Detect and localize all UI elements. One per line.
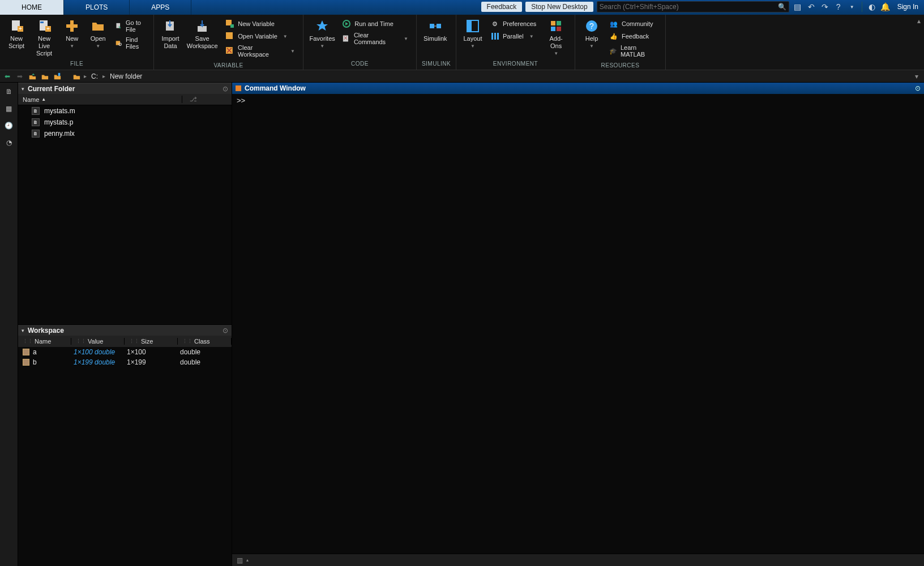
clear-commands-button[interactable]: Clear Commands▼ bbox=[340, 31, 410, 46]
feedback-button[interactable]: Feedback bbox=[481, 2, 523, 12]
status-caret-icon[interactable]: ▴ bbox=[246, 558, 249, 563]
collapse-icon[interactable]: ▾ bbox=[22, 86, 24, 92]
global-search[interactable]: 🔍 bbox=[597, 1, 789, 12]
svg-rect-23 bbox=[467, 20, 472, 32]
redo-icon[interactable]: ↷ bbox=[820, 2, 830, 12]
panel-menu-icon[interactable]: ⊙ bbox=[223, 327, 228, 335]
minimize-ribbon-icon[interactable]: ▴ bbox=[914, 15, 924, 70]
goto-file-button[interactable]: Go to File bbox=[113, 18, 148, 34]
run-and-time-button[interactable]: Run and Time bbox=[340, 18, 410, 29]
help-dropdown-icon[interactable]: ? bbox=[833, 2, 844, 12]
new-button[interactable]: New ▼ bbox=[59, 17, 85, 49]
file-row[interactable]: 🗎mystats.m bbox=[18, 105, 232, 117]
new-plus-icon bbox=[65, 19, 79, 33]
parallel-button[interactable]: Parallel▼ bbox=[488, 31, 538, 42]
new-variable-button[interactable]: New Variable bbox=[223, 18, 297, 29]
rail-profile-icon[interactable]: ◔ bbox=[2, 136, 16, 149]
svg-text:+: + bbox=[19, 25, 22, 32]
stop-desktop-button[interactable]: Stop New Desktop bbox=[525, 2, 593, 12]
panel-menu-icon[interactable]: ⊙ bbox=[223, 85, 228, 93]
chevron-down-icon: ▼ bbox=[470, 44, 475, 49]
workspace-list[interactable]: a1×100 double1×100doubleb1×199 double1×1… bbox=[18, 347, 232, 566]
learn-matlab-button[interactable]: 🎓 Learn MATLAB bbox=[607, 43, 660, 59]
var-value: 1×100 double bbox=[71, 348, 125, 356]
nav-up-icon[interactable] bbox=[27, 71, 37, 82]
rail-history-icon[interactable]: 🕘 bbox=[2, 119, 16, 132]
find-files-button[interactable]: Find Files bbox=[113, 35, 148, 51]
open-button[interactable]: Open ▼ bbox=[85, 17, 111, 49]
signin-link[interactable]: Sign In bbox=[894, 3, 922, 11]
workspace-row[interactable]: a1×100 double1×100double bbox=[18, 347, 232, 357]
new-live-script-button[interactable]: + NewLive Script bbox=[29, 17, 59, 57]
tab-apps[interactable]: APPS bbox=[130, 0, 191, 15]
community-button[interactable]: 👥 Community bbox=[607, 18, 660, 29]
favorites-button[interactable]: Favorites ▼ bbox=[307, 17, 337, 49]
file-column-header[interactable]: Name ▲ ⎇ bbox=[18, 94, 232, 105]
svg-rect-4 bbox=[40, 22, 44, 23]
addons-button[interactable]: Add-Ons ▼ bbox=[541, 17, 571, 56]
clear-workspace-button[interactable]: Clear Workspace▼ bbox=[223, 43, 297, 59]
group-label-variable: VARIABLE bbox=[154, 62, 303, 70]
status-icon[interactable]: ◐ bbox=[867, 2, 877, 12]
command-prompt: >> bbox=[237, 96, 245, 105]
variable-icon bbox=[23, 349, 29, 355]
panel-menu-icon[interactable]: ⊙ bbox=[915, 84, 921, 92]
file-list[interactable]: 🗎mystats.m🗎mystats.p🗎penny.mlx bbox=[18, 105, 232, 324]
current-folder-header[interactable]: ▾ Current Folder ⊙ bbox=[18, 83, 232, 94]
preferences-button[interactable]: ⚙ Preferences bbox=[488, 18, 538, 29]
tab-plots[interactable]: PLOTS bbox=[64, 0, 130, 15]
path-separator: ▸ bbox=[84, 73, 87, 79]
tab-home[interactable]: HOME bbox=[0, 0, 64, 15]
addons-icon bbox=[549, 19, 563, 33]
chevron-down-icon: ▼ bbox=[529, 34, 534, 39]
ws-col-class[interactable]: ⋮⋮Class bbox=[178, 338, 232, 345]
import-data-button[interactable]: ImportData bbox=[157, 17, 183, 50]
help-button[interactable]: ? Help ▼ bbox=[579, 17, 605, 49]
parallel-icon bbox=[490, 32, 499, 41]
svg-rect-28 bbox=[557, 21, 561, 25]
chevron-down-icon: ▼ bbox=[283, 34, 288, 39]
collapse-icon[interactable]: ▾ bbox=[22, 328, 24, 333]
ws-col-size[interactable]: ⋮⋮Size bbox=[125, 338, 178, 345]
nav-back-icon[interactable]: ⬅ bbox=[2, 71, 12, 82]
var-size: 1×199 bbox=[125, 358, 178, 366]
breadcrumb-folder[interactable]: New folder bbox=[108, 72, 144, 80]
command-window-body[interactable]: >> bbox=[232, 94, 924, 554]
open-variable-button[interactable]: Open Variable▼ bbox=[223, 31, 297, 42]
breadcrumb-drive[interactable]: C: bbox=[89, 72, 100, 80]
address-dropdown-icon[interactable]: ▾ bbox=[912, 72, 922, 80]
browse-folder-icon[interactable] bbox=[40, 71, 50, 82]
layout-button[interactable]: Layout ▼ bbox=[460, 17, 486, 49]
svg-rect-16 bbox=[226, 32, 233, 39]
save-layout-icon[interactable]: ▤ bbox=[793, 2, 803, 12]
bookmark-folder-icon[interactable] bbox=[52, 71, 62, 82]
nav-forward-icon[interactable]: ➡ bbox=[15, 71, 25, 82]
ws-col-value[interactable]: ⋮⋮Value bbox=[71, 338, 125, 345]
help-icon: ? bbox=[585, 19, 598, 33]
rail-grid-icon[interactable]: ▦ bbox=[2, 102, 16, 115]
save-workspace-button[interactable]: SaveWorkspace bbox=[183, 17, 221, 50]
workspace-header[interactable]: ▾ Workspace ⊙ bbox=[18, 324, 232, 336]
workspace-row[interactable]: b1×199 double1×199double bbox=[18, 357, 232, 367]
feedback-menu-button[interactable]: 👍 Feedback bbox=[607, 31, 660, 42]
undo-icon[interactable]: ↶ bbox=[806, 2, 816, 12]
notification-icon[interactable]: 🔔 bbox=[880, 2, 891, 12]
svg-rect-27 bbox=[551, 21, 555, 25]
search-input[interactable] bbox=[600, 3, 778, 11]
svg-rect-19 bbox=[343, 36, 348, 42]
var-name: b bbox=[33, 358, 37, 366]
file-row[interactable]: 🗎penny.mlx bbox=[18, 128, 232, 139]
ws-col-name[interactable]: ⋮⋮Name bbox=[18, 338, 71, 345]
new-script-button[interactable]: + NewScript bbox=[3, 17, 29, 50]
help-caret-icon[interactable]: ▼ bbox=[847, 2, 857, 12]
git-column-icon[interactable]: ⎇ bbox=[182, 96, 204, 103]
file-row[interactable]: 🗎mystats.p bbox=[18, 117, 232, 128]
group-label-resources: RESOURCES bbox=[575, 62, 665, 70]
rail-files-icon[interactable]: 🗎 bbox=[2, 85, 16, 98]
simulink-icon bbox=[429, 19, 442, 33]
command-window-header[interactable]: Command Window ⊙ bbox=[232, 83, 924, 94]
path-root-icon[interactable] bbox=[71, 71, 82, 82]
simulink-button[interactable]: Simulink bbox=[420, 17, 451, 42]
svg-text:?: ? bbox=[589, 22, 594, 31]
community-icon: 👥 bbox=[609, 19, 618, 28]
